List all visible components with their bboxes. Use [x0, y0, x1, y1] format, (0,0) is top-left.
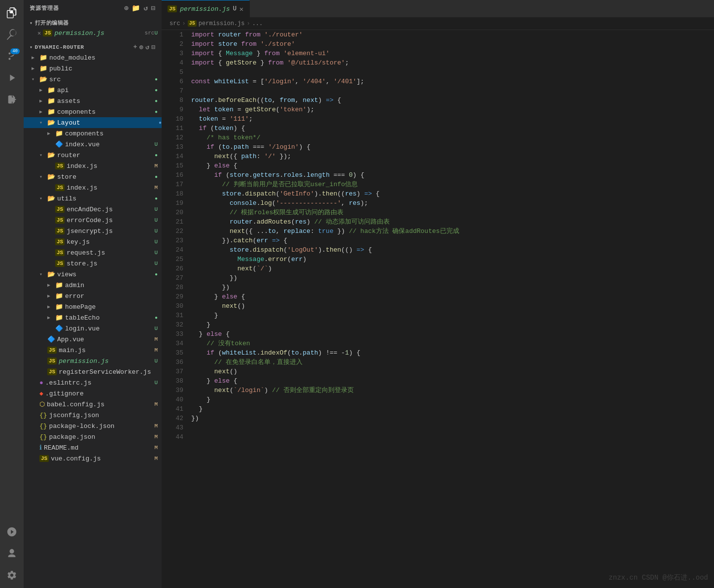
root-section-title[interactable]: ▾ DYNAMIC-ROUTER + ⊕ ↺ ⊟	[24, 42, 162, 52]
babel-badge: M	[154, 401, 158, 407]
tree-tableecho[interactable]: ▶ 📁 tableEcho	[24, 312, 162, 323]
router-index-label: index.js	[67, 163, 154, 170]
tree-components[interactable]: ▶ 📁 components	[24, 106, 162, 117]
new-folder-root-icon[interactable]: ⊕	[139, 43, 143, 51]
files-icon[interactable]	[3, 4, 21, 22]
tree-app-vue[interactable]: 🔷 App.vue M	[24, 334, 162, 345]
chevron: ▶	[32, 65, 39, 71]
close-icon[interactable]: ✕	[37, 30, 41, 37]
folder-icon: 📁	[47, 86, 55, 94]
tree-package-lock[interactable]: {} package-lock.json M	[24, 421, 162, 431]
assets-label: assets	[57, 98, 155, 105]
tree-key[interactable]: JS key.js U	[24, 236, 162, 247]
tree-login-vue[interactable]: 🔷 login.vue U	[24, 323, 162, 334]
tree-store-index[interactable]: JS index.js M	[24, 182, 162, 193]
json-icon: {}	[39, 433, 47, 441]
md-icon: ℹ	[39, 444, 42, 452]
breadcrumb-sep1: ›	[182, 20, 186, 27]
tree-api[interactable]: ▶ 📁 api	[24, 85, 162, 96]
root-icons: + ⊕ ↺ ⊟	[133, 43, 156, 51]
js-icon: JS	[55, 260, 65, 267]
app-vue-badge: M	[154, 336, 158, 342]
remote-icon[interactable]	[3, 523, 21, 541]
tree-errorCode[interactable]: JS errorCode.js U	[24, 215, 162, 226]
tree-src[interactable]: ▾ 📂 src	[24, 74, 162, 85]
folder-open-icon: 📂	[47, 195, 55, 202]
tree-register-sw[interactable]: JS registerServiceWorker.js	[24, 366, 162, 377]
eslintrc-label: .eslintrc.js	[45, 379, 155, 387]
search-icon[interactable]	[3, 26, 21, 43]
extensions-icon[interactable]	[3, 91, 21, 108]
collapse-root-icon[interactable]: ⊟	[152, 43, 156, 51]
breadcrumb-src[interactable]: src	[170, 20, 180, 27]
tree-package[interactable]: {} package.json M	[24, 431, 162, 442]
tree-gitignore[interactable]: ◆ .gitignore	[24, 388, 162, 399]
tree-encAnddec[interactable]: JS encAndDec.js U	[24, 204, 162, 215]
tree-jsconfig[interactable]: {} jsconfig.json	[24, 410, 162, 421]
refresh-root-icon[interactable]: ↺	[145, 43, 149, 51]
folder-open-icon: 📂	[47, 270, 55, 278]
tree-public[interactable]: ▶ 📁 public	[24, 63, 162, 74]
babel-label: babel.config.js	[47, 401, 154, 408]
request-label: request.js	[67, 249, 154, 257]
code-editor[interactable]: 1 2 3 4 5 6 7 8 9 10 11 12 13 14 15 16 1…	[162, 30, 714, 588]
tree-vue-config[interactable]: JS vue.config.js M	[24, 453, 162, 464]
tree-views[interactable]: ▾ 📂 views	[24, 269, 162, 280]
open-editors-title[interactable]: ▾ 打开的编辑器	[24, 18, 162, 28]
new-file-icon[interactable]: ⊕	[124, 4, 129, 12]
tree-store[interactable]: ▾ 📂 store	[24, 171, 162, 182]
tree-error[interactable]: ▶ 📁 error	[24, 291, 162, 301]
tree-node-modules[interactable]: ▶ 📁 node_modules	[24, 52, 162, 63]
tree-router[interactable]: ▾ 📂 router	[24, 150, 162, 161]
new-file-root-icon[interactable]: +	[133, 43, 137, 51]
tab-close-button[interactable]: ✕	[239, 5, 243, 13]
login-vue-label: login.vue	[65, 325, 154, 332]
tree-utils[interactable]: ▾ 📂 utils	[24, 193, 162, 204]
js-icon: JS	[55, 228, 65, 234]
chevron: ▶	[39, 98, 47, 104]
tab-permission[interactable]: JS permission.js U ✕	[162, 0, 250, 17]
package-badge: M	[154, 434, 158, 440]
breadcrumb-filename[interactable]: permission.js	[199, 20, 245, 27]
settings-icon[interactable]	[3, 566, 21, 584]
new-folder-icon[interactable]: 📁	[132, 4, 140, 12]
open-file-permission[interactable]: ✕ JS permission.js src U	[24, 28, 162, 38]
source-control-icon[interactable]: 40	[3, 47, 21, 65]
tree-router-index[interactable]: JS index.js M	[24, 161, 162, 171]
folder-icon: 📁	[55, 292, 63, 300]
sidebar-header-icons: ⊕ 📁 ↺ ⊟	[124, 4, 156, 12]
tree-jsencrypt[interactable]: JS jsencrypt.js U	[24, 226, 162, 236]
tree-eslintrc[interactable]: ● .eslintrc.js U	[24, 377, 162, 388]
tree-request[interactable]: JS request.js U	[24, 247, 162, 258]
tree-layout-index-vue[interactable]: 🔷 index.vue U	[24, 139, 162, 150]
tree-store-js[interactable]: JS store.js U	[24, 258, 162, 269]
tableecho-dot	[155, 315, 158, 321]
git-icon: ◆	[39, 390, 43, 397]
folder-icon: 📁	[47, 97, 55, 105]
json-icon: {}	[39, 412, 47, 419]
store-index-label: index.js	[67, 184, 154, 192]
tree-layout-components[interactable]: ▶ 📁 components	[24, 128, 162, 139]
tree-readme[interactable]: ℹ README.md M	[24, 442, 162, 453]
tree-babel[interactable]: ⬡ babel.config.js M	[24, 399, 162, 410]
eslint-icon: ●	[39, 379, 43, 387]
tree-layout[interactable]: ▾ 📂 Layout ●	[24, 117, 162, 128]
vue-icon: 🔷	[47, 335, 55, 343]
errorCode-badge: U	[154, 217, 158, 223]
tree-main-js[interactable]: JS main.js M	[24, 345, 162, 356]
tree-admin[interactable]: ▶ 📁 admin	[24, 280, 162, 291]
refresh-icon[interactable]: ↺	[143, 4, 148, 12]
key-badge: U	[154, 239, 158, 245]
tree-assets[interactable]: ▶ 📁 assets	[24, 96, 162, 106]
encAndDec-badge: U	[154, 206, 158, 212]
chevron: ▾	[39, 152, 47, 158]
chevron: ▾	[39, 196, 47, 201]
tree-homepage[interactable]: ▶ 📁 homePage	[24, 301, 162, 312]
account-icon[interactable]	[3, 545, 21, 562]
run-debug-icon[interactable]	[3, 69, 21, 87]
breadcrumb-ellipsis[interactable]: ...	[252, 20, 263, 27]
collapse-icon[interactable]: ⊟	[151, 4, 156, 12]
breadcrumb-js-icon: JS	[188, 20, 197, 27]
layout-index-vue-label: index.vue	[65, 141, 154, 148]
tree-permission-js[interactable]: JS permission.js U	[24, 356, 162, 366]
